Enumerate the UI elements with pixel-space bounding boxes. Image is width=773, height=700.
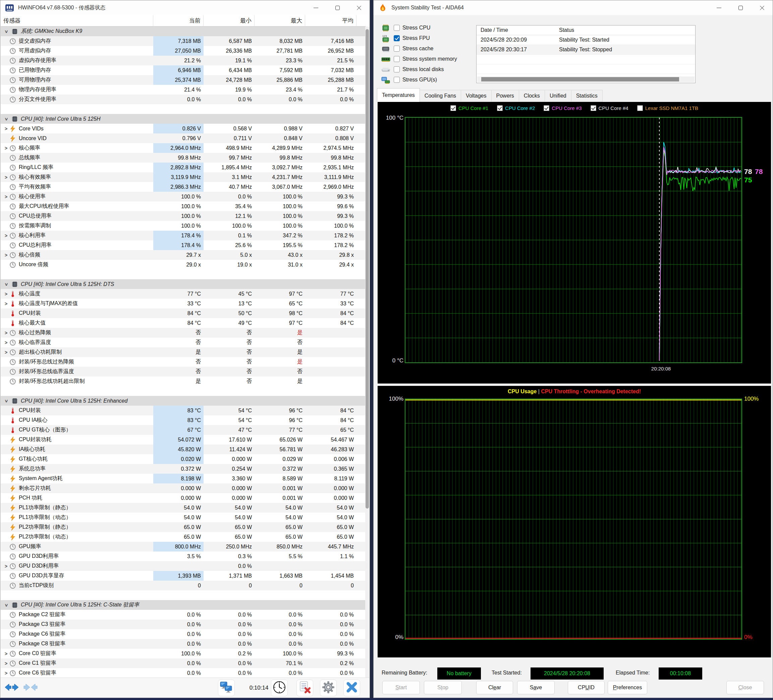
sensor-row[interactable]: PL1功率限制（静态）54.0 W54.0 W54.0 W54.0 W <box>1 503 366 513</box>
legend-checkbox[interactable] <box>451 105 456 111</box>
stress-option-stress-fpu[interactable]: 123Stress FPU <box>380 33 474 43</box>
sensor-row[interactable]: PCH 功耗0.000 W0.000 W0.001 W0.000 W <box>1 493 366 503</box>
sensor-row[interactable]: >核心频率2,964.0 MHz498.9 MHz4,289.9 MHz2,97… <box>1 143 366 153</box>
sensor-row[interactable]: GPU D3D共享显存1,393 MB1,371 MB1,663 MB1,454… <box>1 571 366 581</box>
sensor-row[interactable]: Package C2 驻留率0.0 %0.0 %0.0 %0.0 % <box>1 610 366 619</box>
aida64-maximize-button[interactable] <box>730 0 751 15</box>
scrollbar-thumb[interactable] <box>365 29 369 509</box>
collapse-chevron-icon[interactable]: > <box>4 399 9 403</box>
sensor-row[interactable]: Uncore VID0.796 V0.711 V0.848 V0.808 V <box>1 133 366 143</box>
stress-option-stress-local-disks[interactable]: Stress local disks <box>380 64 474 74</box>
sensor-row[interactable]: Package C3 驻留率0.0 %0.0 %0.0 %0.0 % <box>1 619 366 629</box>
settings-button[interactable] <box>320 680 337 696</box>
sensor-row[interactable]: CPU封装84 °C50 °C98 °C84 °C <box>1 309 366 318</box>
sensor-row[interactable]: 系统总功率0.372 W0.254 W0.372 W0.365 W <box>1 464 366 474</box>
sensor-row[interactable]: PL2功率限制（动态）65.0 W65.0 W65.0 W65.0 W <box>1 532 366 542</box>
sensor-group-header[interactable]: >系统: GMKtec NucBox K9 <box>1 26 366 36</box>
sensor-row[interactable]: PL1功率限制（动态）54.0 W54.0 W54.0 W54.0 W <box>1 513 366 523</box>
sensor-row[interactable]: Package C8 驻留率0.0 %0.0 %0.0 %0.0 % <box>1 639 366 649</box>
preferences-button[interactable]: Preferences <box>608 681 647 694</box>
aida64-minimize-button[interactable] <box>708 0 730 15</box>
expand-chevron-icon[interactable]: > <box>3 301 9 306</box>
sensor-row[interactable]: 按需频率调制100.0 %100.0 %100.0 %100.0 % <box>1 221 366 231</box>
sensor-row[interactable]: 可用虚拟内存27,050 MB26,336 MB27,781 MB26,952 … <box>1 46 366 56</box>
column-header-current[interactable]: 当前 <box>153 15 204 26</box>
legend-checkbox[interactable] <box>637 105 643 111</box>
sensor-row[interactable]: >Core C0 驻留率100.0 %0.2 %100.0 %99.3 % <box>1 649 366 659</box>
expand-chevron-icon[interactable]: > <box>3 564 9 569</box>
hwinfo-close-button[interactable] <box>348 0 370 15</box>
expand-chevron-icon[interactable]: > <box>3 253 9 258</box>
sensor-row[interactable]: 当前cTDP级别0000 <box>1 581 366 590</box>
checkbox[interactable] <box>394 35 400 41</box>
sensor-row[interactable]: >Core C6 驻留率0.0 %0.0 %0.0 %0.0 % <box>1 668 366 677</box>
expand-chevron-icon[interactable]: > <box>3 126 9 131</box>
sensor-row[interactable]: CPU GT核心（图形）67 °C47 °C77 °C65 °C <box>1 425 366 435</box>
column-header-min[interactable]: 最小 <box>204 15 255 26</box>
sensor-row[interactable]: CPU IA核心83 °C54 °C96 °C84 °C <box>1 416 366 425</box>
sensor-row[interactable]: 总线频率99.8 MHz99.7 MHz99.8 MHz99.8 MHz <box>1 153 366 163</box>
expand-chevron-icon[interactable]: > <box>3 340 9 345</box>
sensor-row[interactable]: CPU总利用率178.4 %25.6 %195.5 %178.2 % <box>1 240 366 250</box>
collapse-chevron-icon[interactable]: > <box>4 603 9 608</box>
tab-statistics[interactable]: Statistics <box>571 90 603 102</box>
expand-chevron-icon[interactable]: > <box>3 330 9 335</box>
sensor-row[interactable]: 物理内存使用率21.4 %19.9 %23.4 %21.7 % <box>1 85 366 95</box>
sensor-row[interactable]: 核心最大值84 °C49 °C97 °C84 °C <box>1 318 366 328</box>
sensor-row[interactable]: 封装/环形总线临界温度否否否 <box>1 367 366 376</box>
log-row[interactable]: 2024/5/28 20:20:09Stability Test: Starte… <box>477 35 695 45</box>
sensor-row[interactable]: 已用物理内存6,946 MB6,434 MB7,592 MB7,032 MB <box>1 66 366 75</box>
sensor-row[interactable]: CPU封装83 °C54 °C96 °C84 °C <box>1 406 366 416</box>
save-button[interactable]: Save <box>517 681 555 694</box>
checkbox[interactable] <box>394 46 400 52</box>
sensor-row[interactable]: 虚拟内存使用率21.2 %19.1 %23.3 %21.5 % <box>1 56 366 66</box>
expand-chevron-icon[interactable]: > <box>3 146 9 151</box>
sensor-row[interactable]: >核心过热降频否否是 <box>1 328 366 338</box>
expand-chevron-icon[interactable]: > <box>3 670 9 676</box>
expand-chevron-icon[interactable]: > <box>3 233 9 238</box>
legend-checkbox[interactable] <box>590 105 596 111</box>
logging-clock-button[interactable] <box>271 680 288 696</box>
sensor-row[interactable]: GPU频率800.0 MHz250.0 MHz850.0 MHz445.7 MH… <box>1 542 366 552</box>
expand-chevron-icon[interactable]: > <box>3 651 9 656</box>
tab-unified[interactable]: Unified <box>545 90 571 102</box>
sensor-row[interactable]: IA核心功耗45.820 W11.424 W56.781 W46.283 W <box>1 445 366 454</box>
sensor-row[interactable]: >核心有效频率3,119.9 MHz3.1 MHz4,231.7 MHz3,11… <box>1 173 366 182</box>
sensor-row[interactable]: 封装/环形总线功耗超出限制是否是 <box>1 376 366 386</box>
tab-voltages[interactable]: Voltages <box>461 90 491 102</box>
sensor-row[interactable]: System Agent功耗8.198 W3.360 W8.589 W8.119… <box>1 474 366 483</box>
scrollbar-thumb[interactable] <box>481 77 679 82</box>
sensor-row[interactable]: >核心倍频29.7 x5.0 x43.0 x29.8 x <box>1 250 366 260</box>
sensor-row[interactable]: >Core C1 驻留率0.0 %0.0 %70.1 %0.2 % <box>1 659 366 668</box>
start-button[interactable]: Start <box>382 681 420 694</box>
sensor-group-header[interactable]: >CPU [#0]: Intel Core Ultra 5 125H: DTS <box>1 279 366 289</box>
sensor-row[interactable]: 分页文件使用率0.0 %0.0 %0.0 %0.0 % <box>1 95 366 104</box>
sensor-row[interactable]: >Core VIDs0.826 V0.568 V0.988 V0.827 V <box>1 124 366 133</box>
sensor-row[interactable]: Package C6 驻留率0.0 %0.0 %0.0 %0.0 % <box>1 629 366 639</box>
sensor-row[interactable]: 可用物理内存25,374 MB24,728 MB25,886 MB25,288 … <box>1 75 366 85</box>
sensor-row[interactable]: PL2功率限制（静态）65.0 W65.0 W65.0 W65.0 W <box>1 523 366 532</box>
collapse-chevron-icon[interactable]: > <box>4 29 9 34</box>
checkbox[interactable] <box>394 25 400 31</box>
sensor-group-header[interactable]: >CPU [#0]: Intel Core Ultra 5 125H: C-St… <box>1 600 366 610</box>
cpuid-button[interactable]: CPUID <box>568 681 605 694</box>
sensor-row[interactable]: CPU总使用率100.0 %12.1 %100.0 %99.3 % <box>1 211 366 221</box>
collapse-chevron-icon[interactable]: > <box>4 282 9 287</box>
sensor-table-scrollbar[interactable] <box>365 26 369 677</box>
collapse-columns-button[interactable] <box>22 680 39 696</box>
collapse-chevron-icon[interactable]: > <box>4 117 9 122</box>
hwinfo-minimize-button[interactable] <box>305 0 327 15</box>
sensor-row[interactable]: >核心临界温度否否否 <box>1 338 366 347</box>
column-header-max[interactable]: 最大 <box>255 15 305 26</box>
sensor-group-header[interactable]: >CPU [#0]: Intel Core Ultra 5 125H <box>1 114 366 124</box>
sensor-row[interactable]: >GPU D3D利用率0.0 % <box>1 561 366 571</box>
checkbox[interactable] <box>394 77 400 83</box>
log-header-datetime[interactable]: Date / Time <box>477 27 556 33</box>
reset-values-button[interactable] <box>296 680 313 696</box>
expand-chevron-icon[interactable]: > <box>3 175 9 180</box>
log-row[interactable]: 2024/5/28 20:30:17Stability Test: Stoppe… <box>477 45 695 55</box>
sensor-row[interactable]: >超出核心功耗限制是否是 <box>1 347 366 357</box>
sensor-row[interactable]: 最大CPU/线程使用率100.0 %35.4 %100.0 %99.6 % <box>1 202 366 211</box>
legend-checkbox[interactable] <box>544 105 549 111</box>
tab-powers[interactable]: Powers <box>492 90 519 102</box>
